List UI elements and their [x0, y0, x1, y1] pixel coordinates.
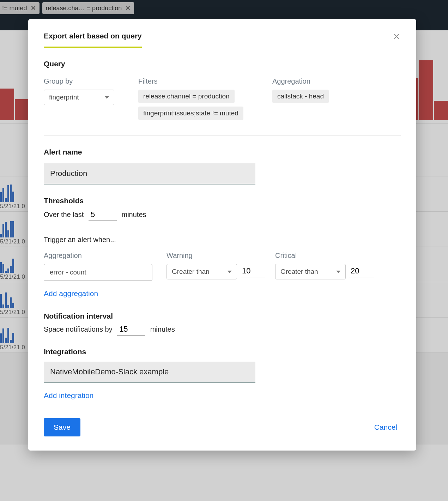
groupby-label: Group by	[44, 77, 138, 85]
notification-prefix: Space notifications by	[44, 325, 113, 333]
trigger-text: Trigger an alert when...	[44, 236, 401, 244]
chevron-down-icon	[336, 271, 340, 273]
notification-suffix: minutes	[150, 325, 175, 333]
over-last-prefix: Over the last	[44, 211, 84, 218]
critical-label: Critical	[275, 252, 374, 260]
save-button[interactable]: Save	[44, 418, 80, 436]
query-heading: Query	[44, 60, 401, 68]
divider	[44, 135, 401, 136]
export-alert-modal: Export alert based on query ✕ Query Grou…	[28, 19, 416, 451]
critical-value-input[interactable]	[349, 266, 374, 278]
groupby-select[interactable]: fingerprint	[44, 90, 114, 105]
add-aggregation-link[interactable]: Add aggregation	[44, 287, 98, 300]
threshold-agg-label: Aggregation	[44, 252, 157, 260]
filter-pill: fingerprint;issues;state != muted	[138, 107, 243, 120]
warning-operator-select[interactable]: Greater than	[167, 264, 237, 279]
integrations-heading: Integrations	[44, 348, 401, 356]
integrations-section: Integrations Add integration	[44, 348, 401, 402]
filters-label: Filters	[138, 77, 272, 85]
notification-heading: Notification interval	[44, 312, 401, 320]
aggregation-label: Aggregation	[272, 77, 378, 85]
filter-pill: release.channel = production	[138, 90, 235, 103]
chevron-down-icon	[228, 271, 232, 273]
thresholds-heading: Thresholds	[44, 197, 401, 205]
add-integration-link[interactable]: Add integration	[44, 389, 93, 402]
thresholds-section: Thresholds Over the last minutes Trigger…	[44, 197, 401, 300]
chevron-down-icon	[105, 96, 109, 99]
query-section: Query Group by fingerprint Filters relea…	[44, 60, 401, 136]
aggregation-pill: callstack - head	[272, 90, 329, 103]
critical-operator-select[interactable]: Greater than	[275, 264, 346, 279]
over-last-suffix: minutes	[122, 211, 146, 218]
critical-operator-value: Greater than	[280, 268, 318, 276]
modal-footer: Save Cancel	[44, 418, 401, 436]
alert-name-section: Alert name	[44, 148, 401, 185]
threshold-agg-input[interactable]	[44, 264, 152, 281]
cancel-button[interactable]: Cancel	[371, 418, 401, 436]
groupby-value: fingerprint	[49, 93, 79, 101]
warning-label: Warning	[167, 252, 265, 260]
modal-title: Export alert based on query	[44, 32, 142, 48]
alert-name-label: Alert name	[44, 148, 401, 156]
warning-value-input[interactable]	[241, 266, 265, 278]
notification-interval-section: Notification interval Space notification…	[44, 312, 401, 336]
close-icon[interactable]: ✕	[392, 32, 401, 42]
notification-interval-input[interactable]	[117, 324, 145, 336]
over-last-input[interactable]	[89, 209, 117, 221]
alert-name-input[interactable]	[44, 163, 255, 185]
integrations-input[interactable]	[44, 362, 255, 383]
warning-operator-value: Greater than	[172, 268, 210, 276]
